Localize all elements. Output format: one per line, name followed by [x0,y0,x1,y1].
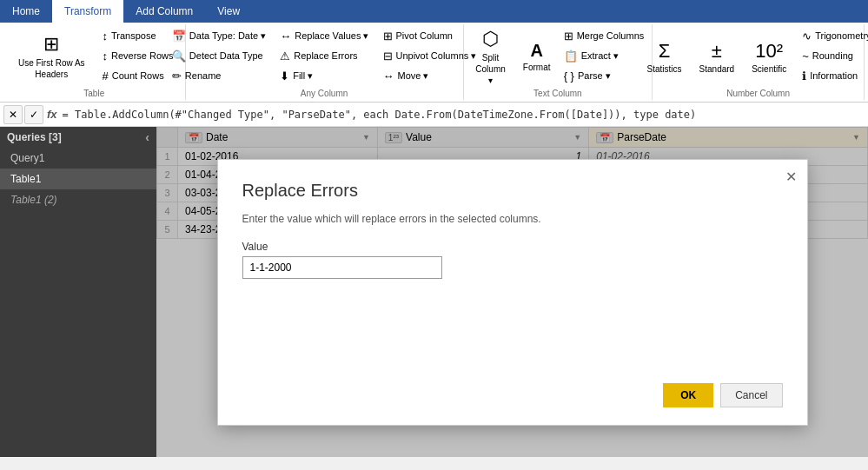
rename-icon: ✏ [172,70,182,83]
parse-button[interactable]: { } Parse ▾ [558,66,651,85]
table-area: 📅 Date ▼ 1²³ Value ▼ [156,127,868,457]
pivot-icon: ⊞ [383,30,393,43]
replace-errors-label: Replace Errors [294,50,357,61]
use-first-row-button[interactable]: ⊞ Use First Row As Headers [9,26,95,87]
replace-values-icon: ↔ [280,30,291,43]
any-column-content: 📅 Data Type: Date ▾ 🔍 Detect Data Type ✏… [166,26,482,87]
sidebar-item-query1[interactable]: Query1 [0,148,156,169]
extract-button[interactable]: 📋 Extract ▾ [558,46,651,65]
detect-icon: 🔍 [172,50,186,63]
tab-add-column[interactable]: Add Column [123,0,205,23]
use-first-row-label: Use First Row As Headers [17,57,87,80]
tab-transform[interactable]: Transform [52,0,123,23]
trigonometry-label: Trigonometry [815,30,868,41]
modal-title: Replace Errors [242,181,783,201]
ribbon-tabs: Home Transform Add Column View [0,0,868,23]
scientific-label: Scientific [752,64,786,74]
number-column-content: Σ Statistics ± Standard 10² Scientific ∿… [639,26,868,87]
information-label: Information [810,70,858,81]
ribbon-bar: ⊞ Use First Row As Headers ↕ Transpose ↕… [0,23,868,103]
any-col-btns-2: ↔ Replace Values ▾ ⚠ Replace Errors ⬇ Fi… [274,26,374,85]
replace-errors-icon: ⚠ [280,50,290,63]
scientific-icon: 10² [755,40,783,63]
num-col-small-btns: ∿ Trigonometry ~ Rounding ℹ Information [796,26,868,85]
detect-data-type-label: Detect Data Type [189,50,263,61]
fill-label: Fill ▾ [293,70,313,82]
merge-icon: ⊞ [564,30,573,43]
modal-overlay: ✕ Replace Errors Enter the value which w… [156,127,868,457]
formula-cancel-button[interactable]: ✕ [3,105,23,124]
trig-icon: ∿ [802,30,812,43]
unpivot-icon: ⊟ [383,50,393,63]
table-group-label: Table [83,87,104,98]
sidebar: Queries [3] ‹ Query1 Table1 Table1 (2) [0,127,156,457]
any-col-btns-1: 📅 Data Type: Date ▾ 🔍 Detect Data Type ✏… [166,26,272,85]
rounding-icon: ~ [802,50,809,63]
modal-description: Enter the value which will replace error… [242,213,783,225]
parse-icon: { } [564,70,574,83]
formula-input[interactable] [61,107,865,122]
tab-home[interactable]: Home [0,0,52,23]
trigonometry-button[interactable]: ∿ Trigonometry [796,26,868,45]
ribbon-group-text-column: ⬡ Split Column ▾ A Format ⊞ Merge Column… [464,24,653,100]
transpose-icon: ↕ [103,30,109,43]
reverse-icon: ↕ [103,50,109,63]
split-column-button[interactable]: ⬡ Split Column ▾ [465,26,515,87]
replace-errors-modal: ✕ Replace Errors Enter the value which w… [217,159,808,426]
pivot-label: Pivot Column [396,30,453,41]
formula-confirm-button[interactable]: ✓ [24,105,43,124]
format-icon: A [530,41,542,61]
sidebar-title: Queries [3] [7,131,62,143]
replace-errors-button[interactable]: ⚠ Replace Errors [274,46,374,65]
sidebar-item-table1[interactable]: Table1 [0,169,156,189]
replace-values-button[interactable]: ↔ Replace Values ▾ [274,26,374,45]
ribbon-group-any-column: 📅 Data Type: Date ▾ 🔍 Detect Data Type ✏… [186,24,464,100]
format-button[interactable]: A Format [518,26,556,87]
count-icon: # [103,70,109,83]
merge-columns-button[interactable]: ⊞ Merge Columns [558,26,651,45]
statistics-button[interactable]: Σ Statistics [639,26,690,87]
fill-button[interactable]: ⬇ Fill ▾ [274,66,374,85]
count-rows-label: Count Rows [112,70,164,81]
move-icon: ↔ [383,70,394,83]
extract-label: Extract ▾ [581,50,619,62]
extract-icon: 📋 [564,50,578,63]
modal-ok-button[interactable]: OK [663,383,713,407]
modal-field-label: Value [242,241,783,253]
data-type-icon: 📅 [172,30,186,43]
modal-value-input[interactable] [242,256,442,279]
information-icon: ℹ [802,70,806,83]
detect-data-type-button[interactable]: 🔍 Detect Data Type [166,46,272,65]
scientific-button[interactable]: 10² Scientific [744,26,794,87]
text-column-content: ⬡ Split Column ▾ A Format ⊞ Merge Column… [465,26,650,87]
tab-view[interactable]: View [205,0,252,23]
split-column-label: Split Column ▾ [473,52,507,86]
number-column-group-label: Number Column [726,87,790,98]
split-icon: ⬡ [482,28,499,50]
sidebar-item-table1-2[interactable]: Table1 (2) [0,189,156,210]
statistics-icon: Σ [659,40,671,63]
modal-cancel-button[interactable]: Cancel [720,383,782,407]
rename-button[interactable]: ✏ Rename [166,66,272,85]
text-col-small-btns: ⊞ Merge Columns 📋 Extract ▾ { } Parse ▾ [558,26,651,85]
rounding-button[interactable]: ~ Rounding [796,46,868,65]
modal-close-button[interactable]: ✕ [785,169,797,185]
main-layout: Queries [3] ‹ Query1 Table1 Table1 (2) 📅… [0,127,868,457]
standard-icon: ± [712,40,722,63]
any-column-group-label: Any Column [301,87,348,98]
statistics-label: Statistics [647,64,682,74]
data-type-button[interactable]: 📅 Data Type: Date ▾ [166,26,272,45]
ribbon-group-number-column: Σ Statistics ± Standard 10² Scientific ∿… [653,24,865,100]
fx-label: fx [47,108,57,121]
text-column-group-label: Text Column [533,87,582,98]
standard-button[interactable]: ± Standard [692,26,743,87]
rename-label: Rename [185,70,222,81]
standard-label: Standard [699,64,735,74]
formula-bar: ✕ ✓ fx [0,103,868,127]
data-type-label: Data Type: Date ▾ [189,30,266,42]
transpose-label: Transpose [111,30,156,41]
merge-columns-label: Merge Columns [577,30,645,41]
sidebar-collapse-button[interactable]: ‹ [145,130,149,144]
information-button[interactable]: ℹ Information [796,66,868,85]
ribbon-group-table: ⊞ Use First Row As Headers ↕ Transpose ↕… [3,24,186,100]
